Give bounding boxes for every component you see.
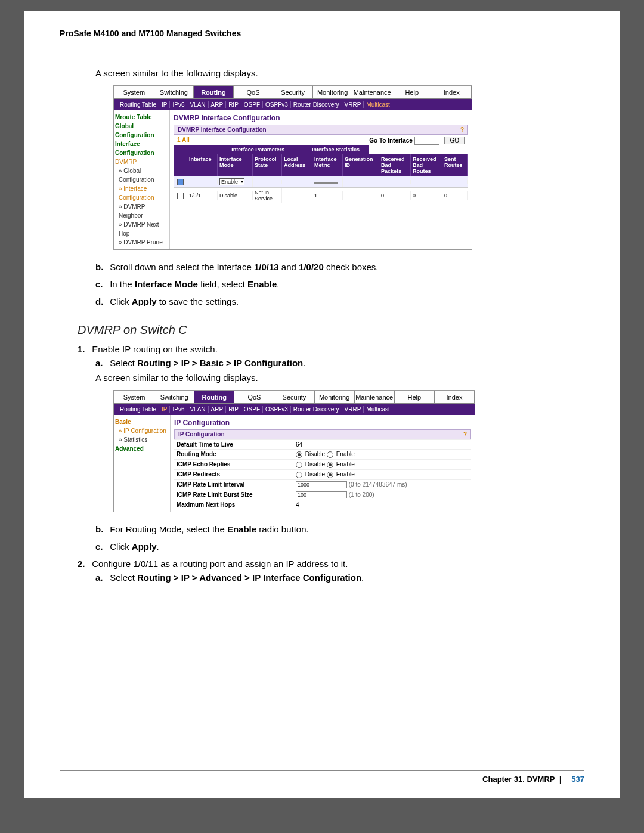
group-header-stats: Interface Statistics (302, 145, 370, 154)
filter-all[interactable]: 1 All (177, 137, 190, 143)
nav--dvmrp-next-hop[interactable]: » DVMRP Next Hop (115, 220, 168, 238)
tab-monitoring[interactable]: Monitoring (315, 391, 355, 403)
form-value: Disable Enable (296, 461, 471, 468)
radio-enable[interactable] (327, 462, 333, 468)
step-1a-line2: A screen similar to the following displa… (95, 373, 584, 383)
step-1a-bold: Routing > IP > Basic > IP Configuration (137, 358, 303, 368)
tab-security[interactable]: Security (273, 86, 313, 98)
radio-disable[interactable] (296, 451, 302, 458)
help-icon[interactable]: ? (460, 126, 464, 133)
go-button[interactable]: GO (444, 137, 465, 144)
text-input[interactable]: 100 (296, 491, 347, 498)
nav-dvmrp[interactable]: DVMRP (115, 157, 168, 166)
select-all-checkbox[interactable] (177, 179, 184, 185)
tab-qos[interactable]: QoS (234, 86, 274, 98)
help-icon[interactable]: ? (463, 431, 467, 438)
metric-input[interactable] (314, 182, 338, 184)
subtab-vrrp[interactable]: VRRP (342, 406, 364, 413)
step-2-text: Configure 1/0/11 as a routing port and a… (92, 559, 348, 569)
subtab-multicast[interactable]: Multicast (364, 406, 392, 413)
subtab-ip[interactable]: IP (159, 101, 170, 108)
step-1a: a. Select Routing > IP > Basic > IP Conf… (95, 358, 584, 383)
subtab-multicast[interactable]: Multicast (364, 101, 392, 108)
tab-qos[interactable]: QoS (234, 391, 274, 403)
form-value: Disable Enable (296, 471, 471, 478)
tab-help[interactable]: Help (395, 391, 435, 403)
subtab-ipv6[interactable]: IPv6 (170, 406, 187, 413)
tab-system[interactable]: System (114, 86, 154, 98)
tab-security[interactable]: Security (274, 391, 314, 403)
subtab-router-discovery[interactable]: Router Discovery (291, 406, 342, 413)
text-input[interactable]: 1000 (296, 481, 347, 488)
subtab-ospfv3[interactable]: OSPFv3 (263, 101, 291, 108)
cell-interface: 1/0/1 (187, 191, 218, 200)
nav-interface[interactable]: Interface (115, 140, 168, 148)
subtab-ipv6[interactable]: IPv6 (170, 101, 187, 108)
tab-help[interactable]: Help (392, 86, 432, 98)
nav-configuration[interactable]: Configuration (115, 148, 168, 157)
tab-routing[interactable]: Routing (194, 86, 234, 98)
hint-text: (1 to 200) (347, 491, 374, 498)
nav--statistics[interactable]: » Statistics (115, 435, 169, 444)
tab-switching[interactable]: Switching (154, 86, 194, 98)
goto-label: Go To Interface (369, 137, 413, 144)
step-b-mid: and (279, 262, 299, 272)
step-2a: a. Select Routing > IP > Advanced > IP I… (95, 572, 584, 583)
nav--global[interactable]: » Global (115, 166, 168, 175)
subtab-vrrp[interactable]: VRRP (342, 101, 364, 108)
col-recv-bad-pkts: Received Bad Packets (379, 154, 411, 176)
form-row-default-time-to-live: Default Time to Live64 (174, 439, 471, 449)
subtab-rip[interactable]: RIP (226, 101, 242, 108)
form-row-icmp-rate-limit-interval: ICMP Rate Limit Interval1000 (0 to 21474… (174, 479, 471, 490)
subtab-rip[interactable]: RIP (226, 406, 242, 413)
tab-index[interactable]: Index (435, 391, 474, 403)
subtab-routing-table[interactable]: Routing Table (117, 406, 159, 413)
tab-index[interactable]: Index (432, 86, 472, 98)
tab-switching[interactable]: Switching (154, 391, 194, 403)
subtab-routing-table[interactable]: Routing Table (117, 101, 159, 108)
subtab-ospf[interactable]: OSPF (242, 406, 263, 413)
tab-maintenance[interactable]: Maintenance (355, 391, 395, 403)
goto-input[interactable] (414, 137, 439, 145)
nav--dvmrp-neighbor[interactable]: » DVMRP Neighbor (115, 202, 168, 220)
form-value: 64 (296, 441, 471, 448)
nav--configuration[interactable]: Configuration (115, 175, 168, 184)
doc-header: ProSafe M4100 and M7100 Managed Switches (60, 29, 584, 38)
tab-system[interactable]: System (114, 391, 154, 403)
tab-maintenance[interactable]: Maintenance (352, 86, 392, 98)
nav--dvmrp-prune[interactable]: » DVMRP Prune (115, 238, 168, 247)
step-2a-bold: Routing > IP > Advanced > IP Interface C… (137, 572, 361, 583)
tab-monitoring[interactable]: Monitoring (313, 86, 353, 98)
tab-routing[interactable]: Routing (194, 391, 234, 403)
subtab-ospf[interactable]: OSPF (242, 101, 263, 108)
table-row: 1/0/1 Disable Not In Service 1 0 0 0 (174, 187, 468, 203)
nav--interface[interactable]: » Interface (115, 184, 168, 193)
section-strip: IP Configuration ? (174, 429, 471, 439)
subtab-ospfv3[interactable]: OSPFv3 (263, 406, 291, 413)
nav-mroute-table[interactable]: Mroute Table (115, 113, 168, 122)
radio-enable[interactable] (327, 472, 333, 478)
nav-basic[interactable]: Basic (115, 417, 169, 426)
step-b-bold1: 1/0/13 (254, 262, 279, 272)
step-1c-pre: Click (110, 541, 132, 552)
nav-configuration[interactable]: Configuration (115, 131, 168, 140)
nav--ip-configuration[interactable]: » IP Configuration (115, 426, 169, 435)
radio-disable[interactable] (296, 462, 302, 468)
interface-mode-dropdown[interactable]: Enable (219, 178, 244, 185)
subtab-arp[interactable]: ARP (209, 406, 227, 413)
cell-sent-routes: 0 (442, 191, 468, 200)
radio-disable[interactable] (296, 472, 302, 478)
nav-global[interactable]: Global (115, 122, 168, 131)
subtab-vlan[interactable]: VLAN (187, 101, 208, 108)
row-checkbox[interactable] (177, 193, 184, 199)
cell-protocol-state: Not In Service (253, 188, 282, 203)
step-1-text: Enable IP routing on the switch. (92, 344, 218, 354)
subtab-vlan[interactable]: VLAN (187, 406, 208, 413)
subtab-arp[interactable]: ARP (209, 101, 227, 108)
subtab-ip[interactable]: IP (159, 406, 170, 413)
subtab-router-discovery[interactable]: Router Discovery (291, 101, 342, 108)
nav--configuration[interactable]: Configuration (115, 193, 168, 202)
ip-config-form: Default Time to Live64Routing Mode Disab… (174, 439, 471, 509)
radio-enable[interactable] (327, 451, 333, 458)
nav-advanced[interactable]: Advanced (115, 444, 169, 453)
